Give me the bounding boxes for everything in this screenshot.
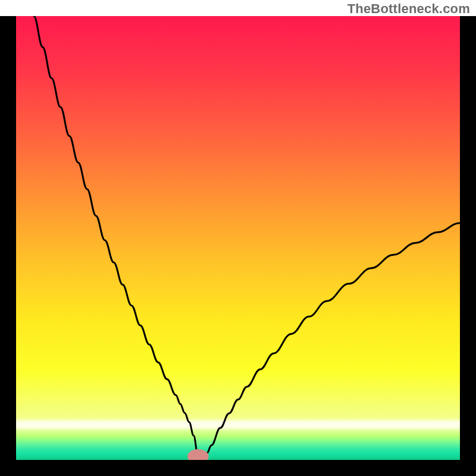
chart-svg bbox=[16, 16, 460, 460]
chart-frame bbox=[0, 16, 476, 476]
watermark-text: TheBottleneck.com bbox=[347, 1, 470, 17]
gradient-background bbox=[16, 16, 460, 460]
plot-area bbox=[16, 16, 460, 460]
chart-container: TheBottleneck.com bbox=[0, 0, 476, 476]
